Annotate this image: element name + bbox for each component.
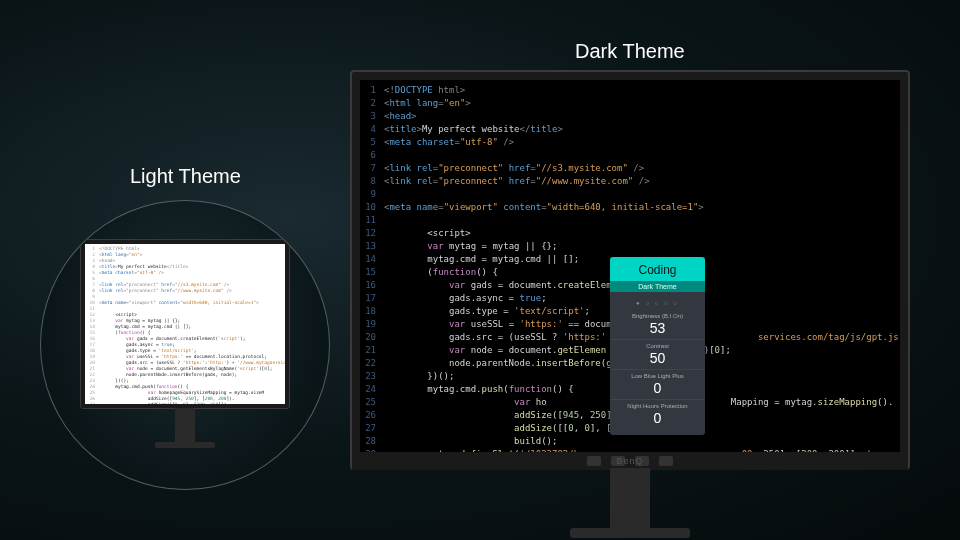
line-number: 12 xyxy=(360,227,384,240)
line-number: 10 xyxy=(360,201,384,214)
osd-row[interactable]: Night Hours Protection0 xyxy=(610,399,705,429)
code-line: 13 var mytag = mytag || {}; xyxy=(360,240,900,253)
code-content: <head> xyxy=(384,110,900,123)
osd-pager-dots-icon: ● ○ ○ ○ ○ xyxy=(610,298,705,310)
line-number: 8 xyxy=(360,175,384,188)
line-number: 2 xyxy=(360,97,384,110)
monitor-stand xyxy=(175,408,195,448)
osd-row-label: Brightness (B.I.On) xyxy=(610,313,705,319)
monitor-button-icon[interactable] xyxy=(587,456,601,466)
line-number: 21 xyxy=(360,344,384,357)
code-content: var mytag = mytag || {}; xyxy=(384,240,900,253)
code-line: 12 <script> xyxy=(360,227,900,240)
osd-header: Coding xyxy=(610,257,705,281)
osd-row[interactable]: Contrast50 xyxy=(610,339,705,369)
line-number: 16 xyxy=(360,279,384,292)
osd-row-value: 53 xyxy=(610,320,705,336)
code-content: <meta name="viewport" content="width=640… xyxy=(384,201,900,214)
code-line: 9 xyxy=(360,188,900,201)
line-number: 14 xyxy=(360,253,384,266)
line-number: 11 xyxy=(360,214,384,227)
code-line: 1<!DOCTYPE html> xyxy=(360,84,900,97)
code-content: build(); xyxy=(384,435,900,448)
monitor-button-icon[interactable] xyxy=(659,456,673,466)
code-line: 11 xyxy=(360,214,900,227)
code-content: <meta charset="utf-8" /> xyxy=(384,136,900,149)
osd-subtitle: Dark Theme xyxy=(610,281,705,292)
line-number: 5 xyxy=(360,136,384,149)
code-line: 4<title>My perfect website</title> xyxy=(360,123,900,136)
code-content: <!DOCTYPE html> xyxy=(384,84,900,97)
code-line: 8<link rel="preconnect" href="//www.mysi… xyxy=(360,175,900,188)
line-number: 28 xyxy=(360,435,384,448)
code-line: 10<meta name="viewport" content="width=6… xyxy=(360,201,900,214)
code-line: 5<meta charset="utf-8" /> xyxy=(360,136,900,149)
osd-panel[interactable]: Coding Dark Theme ● ○ ○ ○ ○ Brightness (… xyxy=(610,257,705,435)
osd-row-label: Night Hours Protection xyxy=(610,403,705,409)
osd-row-value: 0 xyxy=(610,410,705,426)
light-code-editor: 1<!DOCTYPE html>2<html lang="en">3<head>… xyxy=(85,244,285,404)
light-theme-circle: 1<!DOCTYPE html>2<html lang="en">3<head>… xyxy=(40,200,330,490)
line-number: 7 xyxy=(360,162,384,175)
line-number: 22 xyxy=(360,357,384,370)
code-content xyxy=(384,149,900,162)
code-content: <link rel="preconnect" href="//s3.mysite… xyxy=(384,162,900,175)
osd-row[interactable]: Low Blue Light Plus0 xyxy=(610,369,705,399)
osd-row[interactable]: Brightness (B.I.On)53 xyxy=(610,310,705,339)
code-line: 6 xyxy=(360,149,900,162)
code-content: <title>My perfect website</title> xyxy=(384,123,900,136)
osd-row-value: 0 xyxy=(610,380,705,396)
code-content xyxy=(384,214,900,227)
code-content: <script> xyxy=(384,227,900,240)
monitor-brand: BenQ xyxy=(616,456,643,466)
line-number: 27 xyxy=(360,422,384,435)
code-content: <html lang="en"> xyxy=(384,97,900,110)
line-number: 27 xyxy=(85,402,99,404)
code-line: 2<html lang="en"> xyxy=(360,97,900,110)
line-number: 24 xyxy=(360,383,384,396)
line-number: 13 xyxy=(360,240,384,253)
code-content: addSize([[0, 0], [300, 250]]). xyxy=(99,402,285,404)
line-number: 1 xyxy=(360,84,384,97)
code-line: 28 build(); xyxy=(360,435,900,448)
osd-row-label: Contrast xyxy=(610,343,705,349)
line-number: 15 xyxy=(360,266,384,279)
osd-row-value: 50 xyxy=(610,350,705,366)
dark-theme-label: Dark Theme xyxy=(575,40,685,63)
line-number: 4 xyxy=(360,123,384,136)
line-number: 9 xyxy=(360,188,384,201)
line-number: 3 xyxy=(360,110,384,123)
monitor-stand xyxy=(610,468,650,538)
line-number: 26 xyxy=(360,409,384,422)
line-number: 20 xyxy=(360,331,384,344)
line-number: 17 xyxy=(360,292,384,305)
light-theme-label: Light Theme xyxy=(130,165,241,188)
line-number: 25 xyxy=(360,396,384,409)
osd-body: ● ○ ○ ○ ○ Brightness (B.I.On)53Contrast5… xyxy=(610,292,705,435)
line-number: 19 xyxy=(360,318,384,331)
code-line: 7<link rel="preconnect" href="//s3.mysit… xyxy=(360,162,900,175)
line-number: 18 xyxy=(360,305,384,318)
light-monitor: 1<!DOCTYPE html>2<html lang="en">3<head>… xyxy=(80,239,290,409)
code-line: 3<head> xyxy=(360,110,900,123)
code-line: 27 addSize([[0, 0], [300, 250]]). xyxy=(85,402,285,404)
code-content xyxy=(384,188,900,201)
osd-row-label: Low Blue Light Plus xyxy=(610,373,705,379)
osd-mode: Coding xyxy=(610,263,705,277)
line-number: 23 xyxy=(360,370,384,383)
line-number: 6 xyxy=(360,149,384,162)
code-content: <link rel="preconnect" href="//www.mysit… xyxy=(384,175,900,188)
